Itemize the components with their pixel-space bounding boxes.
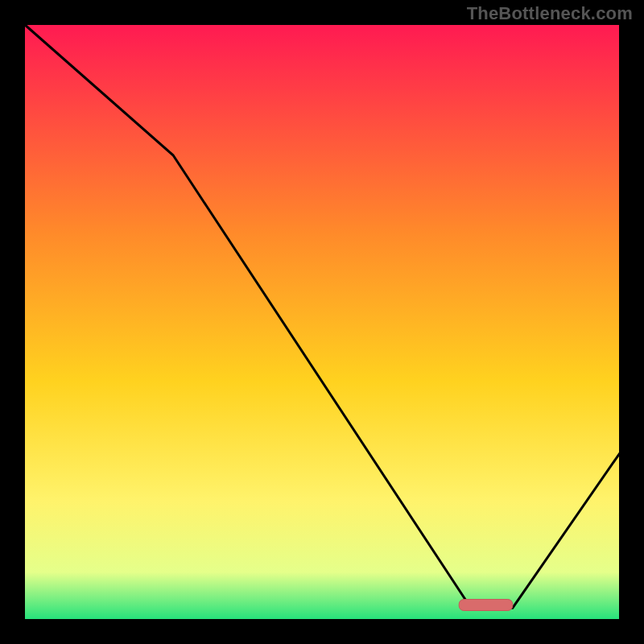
watermark-text: TheBottleneck.com xyxy=(467,3,633,24)
chart-plot-area xyxy=(24,24,620,620)
chart-marker xyxy=(459,600,513,611)
bottleneck-chart xyxy=(0,0,644,644)
